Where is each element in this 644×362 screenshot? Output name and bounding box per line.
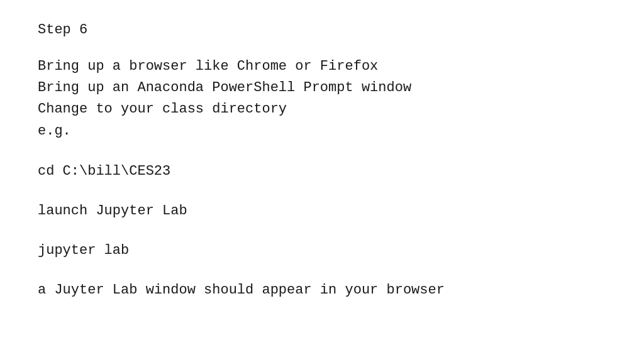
page-content: Step 6 Bring up a browser like Chrome or…: [38, 19, 606, 301]
instruction-line-3: Change to your class directory: [38, 99, 606, 120]
instruction-line-2: Bring up an Anaconda PowerShell Prompt w…: [38, 77, 606, 99]
command-block-1: cd C:\bill\CES23: [38, 160, 606, 182]
eg-line: e.g.: [38, 120, 606, 142]
step-heading-text: Step 6: [38, 22, 87, 38]
instruction-block: Bring up a browser like Chrome or Firefo…: [38, 56, 606, 142]
command-block-2: jupyter lab: [38, 239, 606, 261]
command-jupyter: jupyter lab: [38, 239, 606, 261]
instruction-line-1: Bring up a browser like Chrome or Firefo…: [38, 56, 606, 77]
command-cd: cd C:\bill\CES23: [38, 160, 606, 182]
result-text: a Juyter Lab window should appear in you…: [38, 282, 445, 298]
step-heading: Step 6: [38, 19, 606, 41]
launch-label: launch Jupyter Lab: [38, 200, 606, 222]
launch-block: launch Jupyter Lab: [38, 200, 606, 222]
result-block: a Juyter Lab window should appear in you…: [38, 279, 606, 301]
